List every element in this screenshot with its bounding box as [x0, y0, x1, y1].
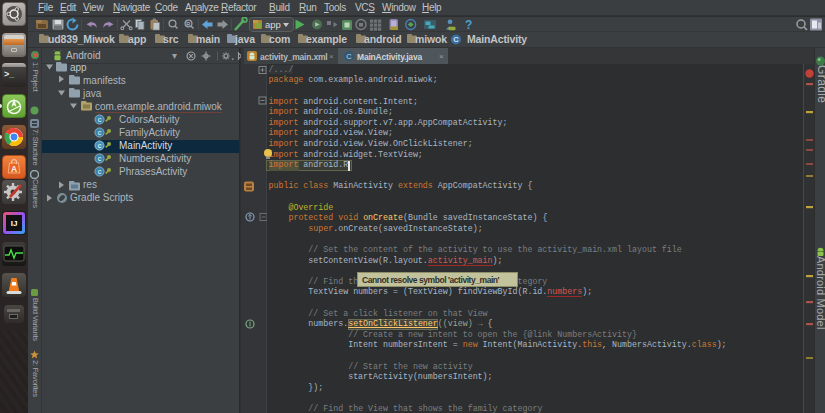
svg-text:A: A: [11, 164, 17, 174]
svg-text:app: app: [265, 19, 281, 30]
svg-text:×: ×: [439, 52, 444, 61]
svg-text:IJ: IJ: [11, 219, 18, 228]
svg-text:R: R: [186, 21, 190, 27]
svg-text:C: C: [346, 52, 352, 61]
svg-text:×: ×: [329, 52, 334, 61]
svg-text:?: ?: [465, 18, 472, 32]
svg-text:C: C: [453, 35, 459, 44]
